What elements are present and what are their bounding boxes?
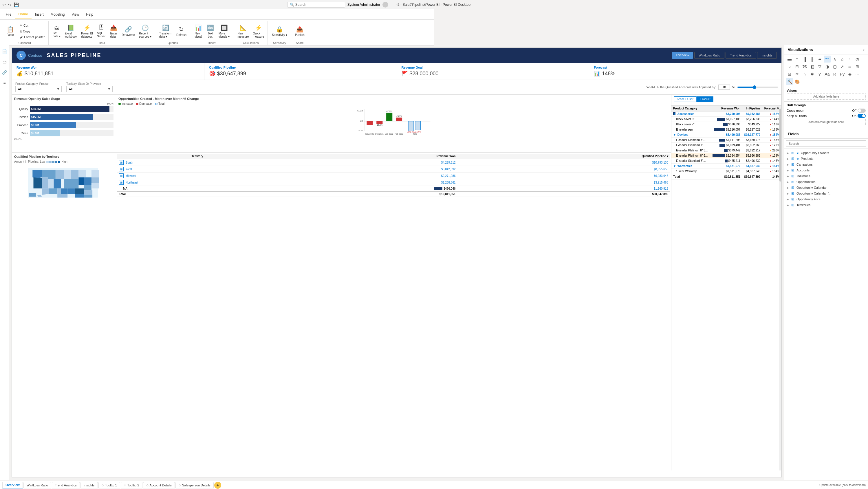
- bar-chart: Qualify $24.5M Develop $15.5M: [14, 106, 114, 136]
- save-icon[interactable]: 💾: [14, 2, 19, 7]
- bar-row-close: Close $5.9M: [14, 130, 114, 136]
- x-feb: Feb 2022: [395, 133, 403, 135]
- state-in: [84, 178, 92, 185]
- expand-south[interactable]: ⊞: [119, 160, 124, 165]
- td-west-won: $3,042,592: [277, 166, 434, 173]
- sidebar-icon-model[interactable]: 🔗: [1, 68, 9, 77]
- cut-button[interactable]: ✂ Cut: [18, 23, 46, 28]
- bar-fill-develop: $15.5M: [30, 114, 93, 120]
- td-west: ⊞ West: [117, 166, 277, 173]
- kpi-revenue-won-label: Revenue Won: [17, 66, 199, 69]
- bottom-label: -100%: [357, 129, 363, 132]
- dot-5: [58, 161, 60, 163]
- bar-feb-down: [396, 118, 402, 121]
- territory-dropdown-icon: ▾: [108, 87, 110, 91]
- recent-sources-button[interactable]: 🕒 Recentsources ▾: [137, 23, 153, 39]
- td-ma: MA: [117, 186, 277, 192]
- new-measure-button[interactable]: 📐 Newmeasure: [236, 23, 250, 39]
- territory-table-header-row: Territory Revenue Won Qualified Pipeline…: [117, 154, 434, 159]
- sql-button[interactable]: 🗄 SQLServer: [95, 23, 107, 39]
- title-search[interactable]: 🔍 Search: [287, 2, 345, 7]
- territory-table-panel: Territory Revenue Won Qualified Pipeline…: [116, 153, 434, 245]
- new-visual-icon: 📊: [194, 24, 202, 31]
- td-total-label: Total: [117, 191, 277, 197]
- dataverse-icon: 🔗: [125, 26, 132, 33]
- clipboard-buttons: 📋 Paste ✂ Cut ⎘ Copy 🖌 Format painter: [3, 21, 46, 41]
- sensitivity-button[interactable]: 🔒 Sensitivity ▾: [270, 25, 289, 38]
- get-data-button[interactable]: 🗂 Getdata ▾: [51, 23, 63, 39]
- search-text: Search: [295, 3, 306, 7]
- text-box-button[interactable]: 🔤 Textbox: [205, 23, 216, 39]
- expand-northeast[interactable]: ⊞: [119, 180, 124, 185]
- product-dropdown-icon: ▾: [57, 87, 59, 91]
- app-title: 2 - Sales Pipeline Power BI - Power BI D…: [398, 3, 434, 7]
- get-data-icon: 🗂: [54, 24, 60, 31]
- state-ok: [57, 188, 61, 194]
- format-painter-button[interactable]: 🖌 Format painter: [18, 34, 46, 40]
- refresh-button[interactable]: ↻ Refresh: [175, 25, 188, 38]
- table-row: ⊞ West $3,042,592 $8,955,656: [117, 166, 434, 173]
- paste-button[interactable]: 📋 Paste: [3, 25, 18, 38]
- legend-dot-decrease: [136, 103, 138, 105]
- tab-view[interactable]: View: [68, 10, 83, 19]
- ma-bar: [434, 187, 434, 190]
- territory-filter-select[interactable]: All ▾: [66, 86, 113, 92]
- copy-button[interactable]: ⎘ Copy: [18, 29, 46, 34]
- legend-dots: [46, 161, 60, 163]
- legend-dot-increase: [118, 103, 121, 105]
- middle-charts-column: Opportunities Created - Month over Month…: [116, 95, 434, 245]
- legend-increase: Increase: [118, 102, 133, 105]
- sidebar-icon-dax[interactable]: ≡: [1, 79, 9, 87]
- td-ma-won: $476,046: [277, 186, 434, 192]
- ribbon-group-sensitivity: 🔒 Sensitivity ▾ Sensitivity: [269, 21, 291, 45]
- refresh-icon: ↻: [179, 26, 184, 33]
- expand-west[interactable]: ⊞: [119, 167, 124, 172]
- state-sd: [64, 179, 71, 188]
- tab-home[interactable]: Home: [15, 10, 31, 19]
- enter-data-icon: 📥: [110, 24, 117, 31]
- tab-modeling[interactable]: Modeling: [47, 10, 68, 19]
- enter-data-button[interactable]: 📥 Enterdata: [108, 23, 119, 39]
- left-charts-column: Revenue Open by Sales Stage 100% Qualify…: [12, 95, 116, 245]
- territory-table-scroll[interactable]: Territory Revenue Won Qualified Pipeline…: [116, 153, 434, 245]
- x-jan: Jan 2022: [385, 133, 393, 135]
- transform-data-button[interactable]: 🔄 Transformdata ▾: [157, 23, 174, 39]
- new-visual-button[interactable]: 📊 Newvisual: [192, 23, 204, 39]
- ribbon-group-data: 🗂 Getdata ▾ 📗 Excelworkbook ⚡ Power BIda…: [49, 21, 155, 45]
- state-ks: [61, 188, 67, 194]
- sidebar-icon-data[interactable]: 🗃: [1, 58, 9, 66]
- product-filter-select[interactable]: All ▾: [16, 86, 62, 92]
- more-visuals-button[interactable]: 🔲 Morevisuals ▾: [217, 23, 231, 39]
- bar-fill-qualify: $24.5M: [30, 106, 110, 112]
- sensitivity-icon: 🔒: [276, 26, 283, 33]
- kpi-row: Revenue Won 💰 $10,811,851 Qualified Pipe…: [12, 63, 434, 80]
- state-az: [42, 188, 49, 195]
- tab-file[interactable]: File: [2, 10, 15, 19]
- x-dec: Dec 2021: [375, 133, 383, 135]
- company-name: Contoso: [28, 53, 42, 58]
- powerbi-datasets-button[interactable]: ⚡ Power BIdatasets: [79, 23, 95, 39]
- undo-icon[interactable]: ↩: [2, 2, 6, 7]
- state-il: [79, 178, 84, 185]
- quick-measure-button[interactable]: ⚡ Quickmeasure: [251, 23, 266, 39]
- legend-total: Total: [155, 102, 164, 105]
- th-territory: Territory: [117, 154, 277, 159]
- tab-help[interactable]: Help: [83, 10, 97, 19]
- publish-button[interactable]: 📤 Publish: [293, 25, 306, 38]
- state-ga: [75, 194, 84, 198]
- waterfall-chart: Opportunities Created - Month over Month…: [116, 95, 434, 153]
- user-avatar: [382, 2, 388, 7]
- sidebar-icon-report[interactable]: 📄: [1, 48, 9, 56]
- powerbi-icon: ⚡: [83, 24, 91, 31]
- tab-insert[interactable]: Insert: [32, 10, 47, 19]
- table-row: MA $476,046 $1,960,918: [117, 186, 434, 192]
- expand-midwest[interactable]: ⊞: [119, 174, 124, 178]
- paste-icon: 📋: [7, 26, 14, 33]
- redo-icon[interactable]: ↪: [8, 2, 11, 7]
- insert-buttons: 📊 Newvisual 🔤 Textbox 🔲 Morevisuals ▾: [192, 21, 231, 41]
- state-mn: [71, 170, 79, 179]
- dataverse-button[interactable]: 🔗 Dataverse: [120, 25, 137, 38]
- bar-chart-wrapper: 100% Qualify $24.5M Develop: [14, 102, 114, 145]
- x-nov: Nov 2021: [365, 133, 374, 135]
- excel-button[interactable]: 📗 Excelworkbook: [63, 23, 79, 39]
